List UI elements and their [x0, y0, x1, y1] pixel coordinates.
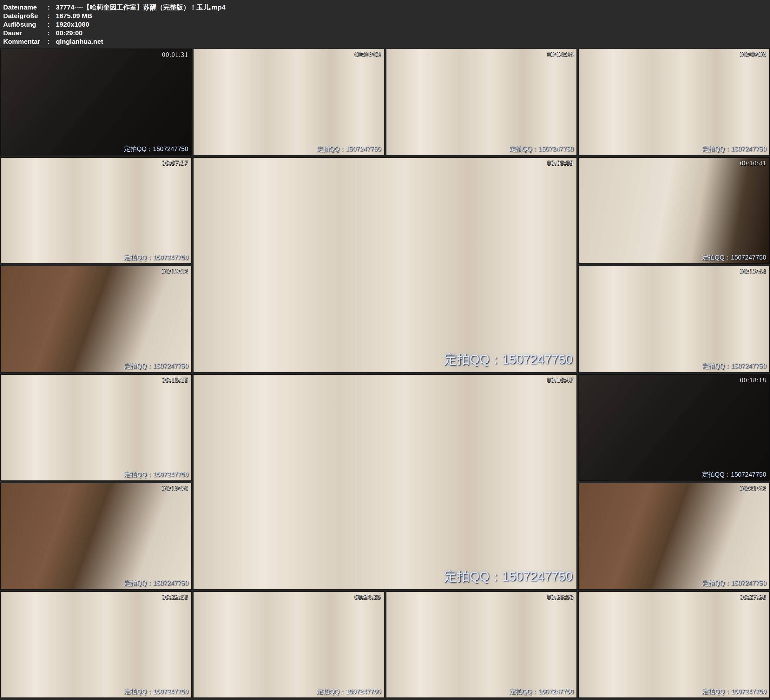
metadata-row-filesize: Dateigröße : 1675.09 MB — [3, 11, 770, 20]
video-thumbnail: 00:19:50 定拍QQ：1507247750 — [1, 483, 191, 589]
metadata-row-resolution: Auflösung : 1920x1080 — [3, 20, 770, 29]
watermark-text: 定拍QQ：1507247750 — [124, 687, 188, 696]
watermark-text: 定拍QQ：1507247750 — [444, 568, 573, 585]
timestamp-overlay: 00:07:37 — [162, 159, 188, 167]
watermark-text: 定拍QQ：1507247750 — [444, 351, 573, 368]
timestamp-overlay: 00:06:06 — [740, 51, 766, 59]
filesize-value: 1675.09 MB — [56, 11, 92, 20]
file-metadata-header: Dateiname : 37774----【哈莉奎因工作室】苏醒（完整版）！玉儿… — [0, 0, 770, 48]
timestamp-overlay: 00:19:50 — [162, 485, 188, 493]
metadata-row-duration: Dauer : 00:29:00 — [3, 29, 770, 37]
video-thumbnail: 00:10:41 定拍QQ：1507247750 — [579, 158, 769, 263]
watermark-text: 定拍QQ：1507247750 — [124, 579, 188, 587]
watermark-text: 定拍QQ：1507247750 — [702, 362, 766, 370]
watermark-text: 定拍QQ：1507247750 — [124, 253, 188, 262]
field-label: Kommentar — [3, 37, 48, 46]
thumbnail-grid: 00:01:31 定拍QQ：1507247750 00:03:03 定拍QQ：1… — [0, 48, 770, 700]
metadata-row-comment: Kommentar : qinglanhua.net — [3, 37, 770, 46]
video-thumbnail: 00:15:15 定拍QQ：1507247750 — [1, 375, 191, 480]
timestamp-overlay: 00:12:12 — [162, 268, 188, 276]
metadata-row-filename: Dateiname : 37774----【哈莉奎因工作室】苏醒（完整版）！玉儿… — [3, 3, 770, 11]
video-thumbnail: 00:24:25 定拍QQ：1507247750 — [194, 592, 383, 697]
video-thumbnail: 00:13:44 定拍QQ：1507247750 — [579, 266, 769, 372]
timestamp-overlay: 00:01:31 — [162, 51, 188, 59]
video-thumbnail: 00:03:03 定拍QQ：1507247750 — [194, 49, 383, 155]
field-label: Dateiname — [3, 3, 48, 11]
watermark-text: 定拍QQ：1507247750 — [702, 579, 766, 587]
video-thumbnail: 00:07:37 定拍QQ：1507247750 — [1, 158, 191, 263]
watermark-text: 定拍QQ：1507247750 — [317, 145, 381, 153]
timestamp-overlay: 00:15:15 — [162, 376, 188, 384]
watermark-text: 定拍QQ：1507247750 — [509, 145, 573, 153]
watermark-text: 定拍QQ：1507247750 — [702, 145, 766, 153]
timestamp-overlay: 00:25:56 — [547, 593, 574, 601]
watermark-text: 定拍QQ：1507247750 — [509, 687, 573, 696]
video-thumbnail: 00:21:22 定拍QQ：1507247750 — [579, 483, 769, 589]
video-thumbnail: 00:16:47 定拍QQ：1507247750 — [194, 375, 576, 589]
timestamp-overlay: 00:24:25 — [355, 593, 381, 601]
timestamp-overlay: 00:21:22 — [740, 485, 766, 493]
watermark-text: 定拍QQ：1507247750 — [702, 687, 766, 696]
video-thumbnail: 00:18:18 定拍QQ：1507247750 — [579, 375, 769, 480]
video-thumbnail: 00:06:06 定拍QQ：1507247750 — [579, 49, 769, 155]
watermark-text: 定拍QQ：1507247750 — [702, 253, 766, 262]
timestamp-overlay: 00:16:47 — [547, 376, 574, 384]
watermark-text: 定拍QQ：1507247750 — [124, 470, 188, 479]
video-thumbnail: 00:22:53 定拍QQ：1507247750 — [1, 592, 191, 697]
timestamp-overlay: 00:13:44 — [740, 268, 766, 276]
video-thumbnail: 00:12:12 定拍QQ：1507247750 — [1, 266, 191, 372]
timestamp-overlay: 00:03:03 — [355, 51, 381, 59]
field-separator: : — [48, 20, 56, 29]
field-label: Dateigröße — [3, 11, 48, 20]
timestamp-overlay: 00:09:09 — [547, 159, 574, 167]
field-label: Auflösung — [3, 20, 48, 29]
duration-value: 00:29:00 — [56, 29, 82, 37]
resolution-value: 1920x1080 — [56, 20, 89, 29]
watermark-text: 定拍QQ：1507247750 — [317, 687, 381, 696]
watermark-text: 定拍QQ：1507247750 — [124, 362, 188, 370]
timestamp-overlay: 00:27:28 — [740, 593, 766, 601]
field-separator: : — [48, 3, 56, 11]
field-label: Dauer — [3, 29, 48, 37]
watermark-text: 定拍QQ：1507247750 — [702, 470, 766, 479]
filename-value: 37774----【哈莉奎因工作室】苏醒（完整版）！玉儿.mp4 — [56, 3, 225, 11]
watermark-text: 定拍QQ：1507247750 — [124, 145, 188, 153]
video-thumbnail: 00:01:31 定拍QQ：1507247750 — [1, 49, 191, 155]
video-thumbnail: 00:25:56 定拍QQ：1507247750 — [387, 592, 576, 697]
video-thumbnail: 00:04:34 定拍QQ：1507247750 — [387, 49, 576, 155]
field-separator: : — [48, 37, 56, 46]
timestamp-overlay: 00:18:18 — [740, 376, 766, 384]
video-thumbnail: 00:27:28 定拍QQ：1507247750 — [579, 592, 769, 697]
video-thumbnail: 00:09:09 定拍QQ：1507247750 — [194, 158, 576, 372]
field-separator: : — [48, 11, 56, 20]
comment-value: qinglanhua.net — [56, 37, 103, 46]
timestamp-overlay: 00:10:41 — [740, 159, 766, 167]
timestamp-overlay: 00:04:34 — [547, 51, 574, 59]
field-separator: : — [48, 29, 56, 37]
timestamp-overlay: 00:22:53 — [162, 593, 188, 601]
